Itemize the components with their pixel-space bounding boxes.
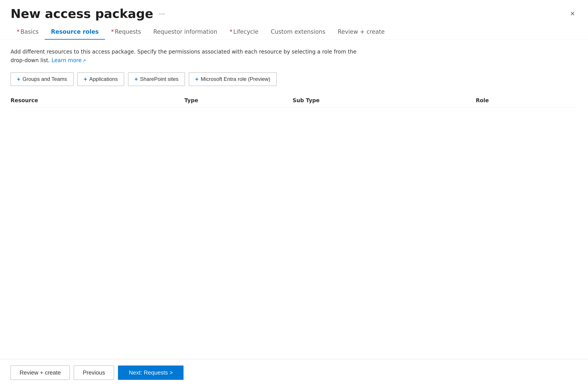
plus-icon-applications: + [84,76,87,83]
entra-role-button[interactable]: + Microsoft Entra role (Preview) [189,72,277,86]
tab-resource-roles[interactable]: Resource roles [45,24,105,40]
review-create-button[interactable]: Review + create [11,365,70,380]
required-star-lifecycle: * [230,28,232,35]
required-star-basics: * [17,28,20,35]
column-type: Type [182,94,290,107]
action-buttons-row: + Groups and Teams + Applications + Shar… [11,72,577,86]
tab-custom-extensions-label: Custom extensions [271,28,325,35]
header: New access package ··· × [0,0,588,24]
tab-resource-roles-label: Resource roles [51,28,99,35]
close-button[interactable]: × [567,9,577,19]
column-role: Role [473,94,577,107]
column-resource: Resource [11,94,182,107]
plus-icon-entra: + [195,76,198,83]
tab-requestor-information[interactable]: Requestor information [147,24,224,40]
plus-icon-groups: + [17,76,20,83]
tab-custom-extensions[interactable]: Custom extensions [265,24,331,40]
footer: Review + create Previous Next: Requests … [0,359,588,386]
tab-review-create[interactable]: Review + create [331,24,391,40]
tab-requests[interactable]: * Requests [105,24,147,40]
required-star-requests: * [111,28,114,35]
page-container: New access package ··· × * Basics Resour… [0,0,588,386]
description-text: Add different resources to this access p… [11,47,363,65]
column-sub-type: Sub Type [290,94,473,107]
header-left: New access package ··· [11,6,167,21]
tab-requestor-information-label: Requestor information [153,28,217,35]
resource-table: Resource Type Sub Type Role [11,94,577,107]
more-options-button[interactable]: ··· [157,9,167,19]
entra-role-label: Microsoft Entra role (Preview) [201,76,270,82]
tabs-container: * Basics Resource roles * Requests Reque… [0,24,588,40]
tab-basics[interactable]: * Basics [11,24,45,40]
tab-lifecycle-label: Lifecycle [233,28,258,35]
page-title: New access package [11,6,153,21]
next-button[interactable]: Next: Requests > [118,365,184,380]
groups-teams-button[interactable]: + Groups and Teams [11,72,74,86]
tab-review-create-label: Review + create [337,28,385,35]
table-header-row: Resource Type Sub Type Role [11,94,577,107]
tab-lifecycle[interactable]: * Lifecycle [223,24,265,40]
sharepoint-sites-label: SharePoint sites [140,76,178,82]
previous-button[interactable]: Previous [74,365,114,380]
tab-requests-label: Requests [115,28,141,35]
learn-more-link[interactable]: Learn more↗ [51,57,86,64]
tab-basics-label: Basics [21,28,39,35]
table-header: Resource Type Sub Type Role [11,94,577,107]
external-link-icon: ↗ [82,57,86,64]
groups-teams-label: Groups and Teams [22,76,67,82]
plus-icon-sharepoint: + [134,76,138,83]
content-area: Add different resources to this access p… [0,40,588,359]
applications-label: Applications [89,76,118,82]
applications-button[interactable]: + Applications [78,72,124,86]
sharepoint-sites-button[interactable]: + SharePoint sites [128,72,185,86]
